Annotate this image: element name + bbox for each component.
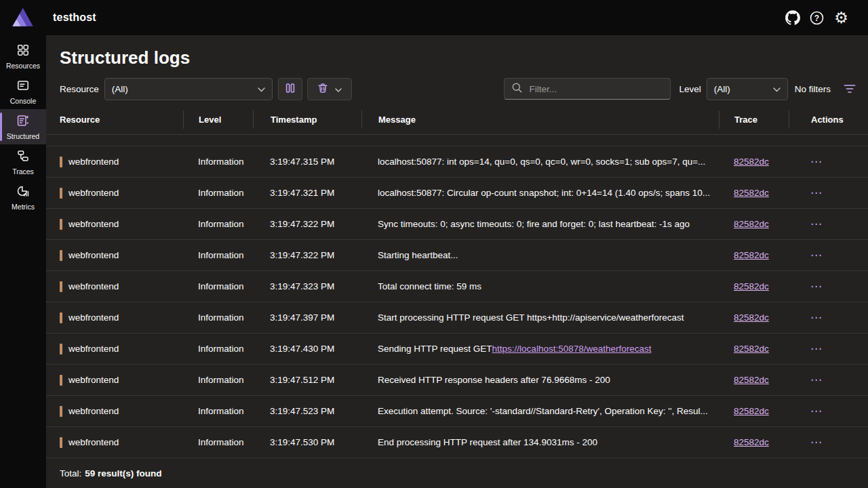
message-text: End processing HTTP request after 134.90… xyxy=(378,437,597,447)
timestamp-cell: 3:19:47.322 PM xyxy=(253,250,361,260)
resource-cell-label: webfrontend xyxy=(68,344,119,354)
sidebar-nav: Resources Console Structured xyxy=(0,35,46,488)
row-actions-button[interactable]: ⋯ xyxy=(810,312,822,323)
svg-text:?: ? xyxy=(814,13,819,22)
resource-color-bar xyxy=(60,312,62,323)
table-row[interactable]: webfrontend Information 3:19:47.523 PM E… xyxy=(46,396,868,427)
sidebar-item-label: Resources xyxy=(6,62,40,70)
message-text: Total connect time: 59 ms xyxy=(378,281,481,291)
trace-link[interactable]: 82582dc xyxy=(734,188,769,198)
table-row[interactable]: webfrontend Information 3:19:47.530 PM E… xyxy=(46,427,868,458)
table-header: Resource Level Timestamp Message Trace A… xyxy=(46,104,868,135)
level-cell: Information xyxy=(183,250,253,260)
row-actions-button[interactable]: ⋯ xyxy=(810,156,822,167)
sidebar-item-label: Structured xyxy=(7,132,39,140)
row-actions-button[interactable]: ⋯ xyxy=(810,343,822,354)
row-actions-button[interactable]: ⋯ xyxy=(810,374,822,386)
trace-link[interactable]: 82582dc xyxy=(734,219,769,229)
sidebar-item-metrics[interactable]: Metrics xyxy=(0,180,46,215)
timestamp-cell: 3:19:47.321 PM xyxy=(253,188,361,198)
resource-cell-label: webfrontend xyxy=(68,250,119,260)
resource-label: Resource xyxy=(60,84,99,94)
resource-color-bar xyxy=(60,157,62,167)
message-link[interactable]: https://localhost:50878/weatherforecast xyxy=(492,344,652,354)
sidebar-item-label: Metrics xyxy=(12,203,35,211)
trace-link[interactable]: 82582dc xyxy=(734,250,769,260)
filter-search-box xyxy=(504,78,671,100)
trace-link[interactable]: 82582dc xyxy=(734,135,769,136)
level-select[interactable]: (All) xyxy=(707,78,788,100)
level-cell: Information xyxy=(183,219,253,229)
ellipsis-icon: ⋯ xyxy=(810,249,822,261)
trace-link[interactable]: 82582dc xyxy=(734,406,769,416)
resource-cell-label: webfrontend xyxy=(68,157,119,167)
resource-color-bar xyxy=(60,344,62,354)
table-row[interactable]: webfrontend Information 3:19:47.322 PM S… xyxy=(46,209,868,240)
sidebar-item-label: Console xyxy=(10,97,37,105)
chevron-down-icon xyxy=(773,84,781,94)
logs-toolbar: Resource (All) xyxy=(46,77,868,100)
level-cell: Information xyxy=(183,157,253,167)
aspire-logo xyxy=(9,5,35,30)
trace-link[interactable]: 82582dc xyxy=(734,437,769,447)
pause-button[interactable] xyxy=(278,78,302,100)
row-actions-button[interactable]: ⋯ xyxy=(810,249,822,261)
row-actions-button[interactable]: ⋯ xyxy=(810,187,822,199)
ellipsis-icon: ⋯ xyxy=(810,405,822,417)
row-actions-button[interactable]: ⋯ xyxy=(810,436,822,448)
github-icon[interactable] xyxy=(785,10,800,26)
results-footer: Total: 59 result(s) found xyxy=(46,458,868,488)
chevron-down-icon xyxy=(258,84,265,94)
resource-color-bar xyxy=(60,406,62,417)
resource-cell-label: webfrontend xyxy=(68,375,119,385)
ellipsis-icon: ⋯ xyxy=(810,374,822,386)
timestamp-cell: 3:19:47.530 PM xyxy=(253,437,361,447)
table-row[interactable]: webfrontend Information 3:19:47.512 PM R… xyxy=(46,365,868,396)
table-row[interactable]: webfrontend Information 3:19:47.315 PM l… xyxy=(46,146,868,178)
row-actions-button[interactable]: ⋯ xyxy=(810,405,822,417)
search-icon xyxy=(511,82,523,96)
row-actions-button[interactable]: ⋯ xyxy=(810,218,822,230)
sidebar-item-resources[interactable]: Resources xyxy=(0,39,46,74)
message-text: Starting heartbeat... xyxy=(378,250,458,260)
table-row[interactable]: webfrontend Information 3:19:47.321 PM l… xyxy=(46,178,868,209)
table-row[interactable]: webfrontend Information 3:19:47.322 PM S… xyxy=(46,240,868,271)
partial-row-clip: 82582dc xyxy=(46,135,868,146)
chevron-down-icon xyxy=(335,84,342,94)
clear-logs-split-button[interactable] xyxy=(307,78,352,100)
trash-icon xyxy=(317,82,329,96)
trace-link[interactable]: 82582dc xyxy=(734,312,769,323)
table-row[interactable]: webfrontend Information 3:19:47.397 PM S… xyxy=(46,302,868,333)
trace-link[interactable]: 82582dc xyxy=(734,281,769,291)
message-text: Sync timeouts: 0; async timeouts: 0; fir… xyxy=(378,219,690,229)
top-bar: testhost ? ⚙ xyxy=(0,0,868,35)
resource-cell-label: webfrontend xyxy=(68,312,119,323)
timestamp-cell: 3:19:47.322 PM xyxy=(253,219,361,229)
trace-link[interactable]: 82582dc xyxy=(734,157,769,167)
help-icon[interactable]: ? xyxy=(809,10,825,26)
settings-gear-icon[interactable]: ⚙ xyxy=(833,10,849,26)
filter-input[interactable] xyxy=(529,84,663,94)
ellipsis-icon: ⋯ xyxy=(810,436,822,448)
sidebar-item-traces[interactable]: Traces xyxy=(0,144,46,180)
table-row-partial[interactable]: 82582dc xyxy=(46,135,868,146)
ellipsis-icon: ⋯ xyxy=(810,187,822,199)
trace-link[interactable]: 82582dc xyxy=(734,344,769,354)
trace-link[interactable]: 82582dc xyxy=(734,375,769,385)
ellipsis-icon: ⋯ xyxy=(810,281,822,292)
app-title: testhost xyxy=(53,12,96,24)
sidebar-item-structured[interactable]: Structured xyxy=(0,109,46,144)
level-cell: Information xyxy=(183,375,253,385)
filter-icon[interactable] xyxy=(842,81,857,96)
table-row[interactable]: webfrontend Information 3:19:47.323 PM T… xyxy=(46,271,868,302)
sidebar-item-console[interactable]: Console xyxy=(0,74,46,109)
resource-select[interactable]: (All) xyxy=(104,78,273,100)
no-filters-text: No filters xyxy=(795,84,831,94)
level-cell: Information xyxy=(183,188,253,198)
total-label: Total: xyxy=(60,468,81,479)
table-row[interactable]: webfrontend Information 3:19:47.430 PM S… xyxy=(46,333,868,365)
message-text: localhost:50877: Circular op-count snaps… xyxy=(378,188,710,198)
row-actions-button[interactable]: ⋯ xyxy=(810,281,822,292)
resource-color-bar xyxy=(60,281,62,292)
column-header-message: Message xyxy=(361,110,719,129)
